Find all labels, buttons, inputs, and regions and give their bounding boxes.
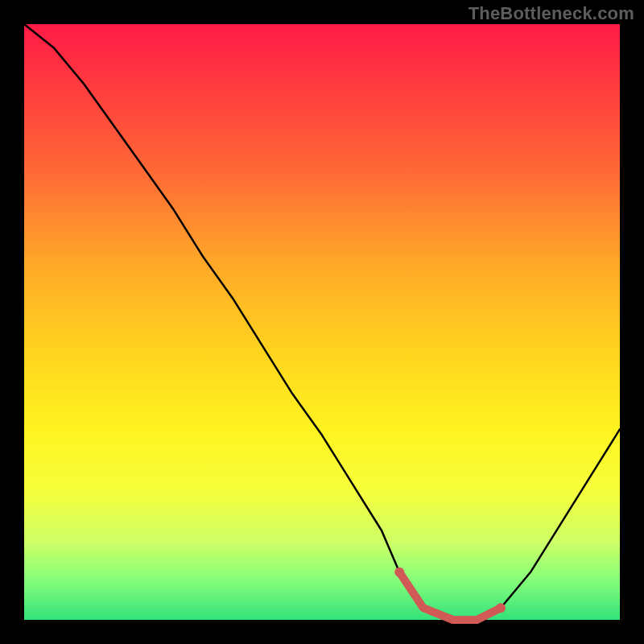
valley-endpoint-dot bbox=[496, 603, 506, 613]
chart-frame: TheBottleneck.com bbox=[0, 0, 644, 644]
valley-highlight bbox=[399, 572, 501, 620]
chart-svg bbox=[0, 0, 644, 644]
watermark-text: TheBottleneck.com bbox=[469, 3, 634, 24]
valley-endpoint-dot bbox=[394, 568, 404, 577]
bottleneck-curve bbox=[24, 24, 620, 620]
